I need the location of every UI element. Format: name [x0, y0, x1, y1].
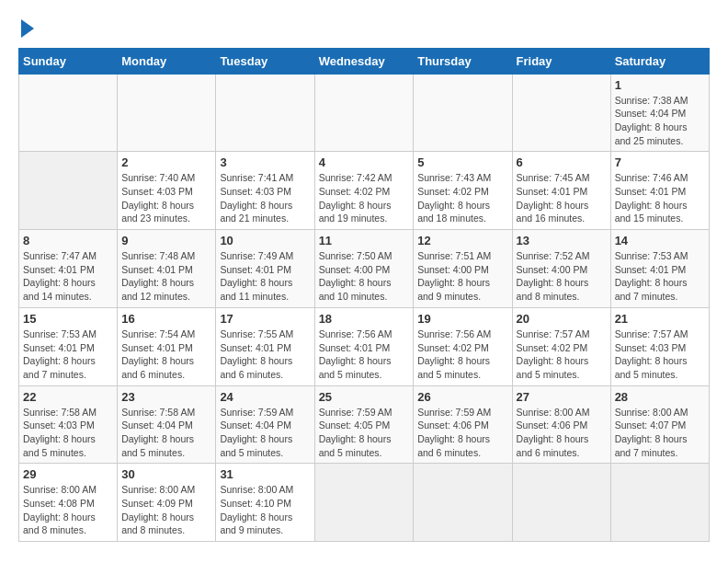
- calendar-cell-empty: [512, 74, 610, 152]
- day-info: Sunrise: 8:00 AMSunset: 4:06 PMDaylight:…: [517, 406, 607, 460]
- calendar-cell-7: 7Sunrise: 7:46 AMSunset: 4:01 PMDaylight…: [610, 152, 709, 230]
- calendar-week-5: 22Sunrise: 7:58 AMSunset: 4:03 PMDayligh…: [19, 385, 710, 464]
- calendar-cell-18: 18Sunrise: 7:56 AMSunset: 4:01 PMDayligh…: [314, 307, 414, 385]
- calendar-body: 1Sunrise: 7:38 AMSunset: 4:04 PMDaylight…: [19, 74, 710, 542]
- calendar-cell-9: 9Sunrise: 7:48 AMSunset: 4:01 PMDaylight…: [118, 230, 216, 308]
- day-number: 25: [319, 390, 410, 404]
- day-info: Sunrise: 7:40 AMSunset: 4:03 PMDaylight:…: [121, 171, 211, 225]
- calendar-table: SundayMondayTuesdayWednesdayThursdayFrid…: [18, 48, 710, 543]
- day-info: Sunrise: 7:41 AMSunset: 4:03 PMDaylight:…: [220, 171, 310, 225]
- calendar-cell-12: 12Sunrise: 7:51 AMSunset: 4:00 PMDayligh…: [414, 230, 512, 308]
- calendar-cell-15: 15Sunrise: 7:53 AMSunset: 4:01 PMDayligh…: [19, 307, 118, 385]
- day-info: Sunrise: 7:55 AMSunset: 4:01 PMDaylight:…: [220, 327, 310, 382]
- day-number: 7: [615, 155, 705, 169]
- day-number: 15: [23, 312, 113, 326]
- calendar-cell-23: 23Sunrise: 7:58 AMSunset: 4:04 PMDayligh…: [118, 385, 216, 464]
- calendar-cell-31: 31Sunrise: 8:00 AMSunset: 4:10 PMDayligh…: [216, 464, 314, 542]
- calendar-cell-25: 25Sunrise: 7:59 AMSunset: 4:05 PMDayligh…: [314, 385, 414, 464]
- day-number: 4: [319, 155, 410, 169]
- day-info: Sunrise: 8:00 AMSunset: 4:10 PMDaylight:…: [220, 483, 310, 537]
- day-number: 16: [121, 312, 211, 326]
- calendar-cell-30: 30Sunrise: 8:00 AMSunset: 4:09 PMDayligh…: [118, 464, 216, 542]
- day-info: Sunrise: 7:51 AMSunset: 4:00 PMDaylight:…: [417, 249, 507, 304]
- day-info: Sunrise: 7:56 AMSunset: 4:01 PMDaylight:…: [319, 327, 410, 382]
- day-info: Sunrise: 8:00 AMSunset: 4:08 PMDaylight:…: [23, 483, 113, 537]
- day-number: 6: [517, 155, 607, 169]
- day-number: 21: [615, 312, 705, 326]
- day-info: Sunrise: 7:49 AMSunset: 4:01 PMDaylight:…: [220, 249, 310, 304]
- day-number: 2: [121, 155, 211, 169]
- calendar-cell-1: 1Sunrise: 7:38 AMSunset: 4:04 PMDaylight…: [610, 74, 709, 152]
- calendar-week-4: 15Sunrise: 7:53 AMSunset: 4:01 PMDayligh…: [19, 307, 710, 385]
- calendar-cell-3: 3Sunrise: 7:41 AMSunset: 4:03 PMDaylight…: [216, 152, 314, 230]
- day-number: 17: [220, 312, 310, 326]
- day-number: 20: [517, 312, 607, 326]
- day-number: 31: [220, 467, 310, 481]
- day-number: 13: [517, 234, 607, 247]
- calendar-header: SundayMondayTuesdayWednesdayThursdayFrid…: [19, 48, 710, 74]
- day-number: 3: [220, 155, 310, 169]
- header-day-tuesday: Tuesday: [216, 48, 314, 74]
- calendar-cell-6: 6Sunrise: 7:45 AMSunset: 4:01 PMDaylight…: [512, 152, 610, 230]
- day-info: Sunrise: 7:59 AMSunset: 4:04 PMDaylight:…: [220, 406, 310, 460]
- day-info: Sunrise: 7:58 AMSunset: 4:04 PMDaylight:…: [121, 406, 211, 460]
- calendar-cell-empty: [610, 464, 709, 542]
- logo-arrow-icon: [21, 19, 34, 38]
- day-info: Sunrise: 7:54 AMSunset: 4:01 PMDaylight:…: [121, 327, 211, 382]
- day-info: Sunrise: 7:57 AMSunset: 4:03 PMDaylight:…: [615, 327, 705, 382]
- calendar-week-2: 2Sunrise: 7:40 AMSunset: 4:03 PMDaylight…: [19, 152, 710, 230]
- header-day-monday: Monday: [118, 48, 216, 74]
- logo: [18, 18, 34, 39]
- calendar-cell-24: 24Sunrise: 7:59 AMSunset: 4:04 PMDayligh…: [216, 385, 314, 464]
- calendar-cell-empty: [512, 464, 610, 542]
- calendar-cell-19: 19Sunrise: 7:56 AMSunset: 4:02 PMDayligh…: [414, 307, 512, 385]
- day-number: 22: [23, 390, 113, 404]
- calendar-cell-22: 22Sunrise: 7:58 AMSunset: 4:03 PMDayligh…: [19, 385, 118, 464]
- day-info: Sunrise: 7:42 AMSunset: 4:02 PMDaylight:…: [319, 171, 410, 225]
- day-number: 19: [417, 312, 507, 326]
- day-info: Sunrise: 7:58 AMSunset: 4:03 PMDaylight:…: [23, 406, 113, 460]
- day-info: Sunrise: 7:46 AMSunset: 4:01 PMDaylight:…: [615, 171, 705, 225]
- day-number: 24: [220, 390, 310, 404]
- day-number: 18: [319, 312, 410, 326]
- day-info: Sunrise: 7:57 AMSunset: 4:02 PMDaylight:…: [517, 327, 607, 382]
- calendar-cell-empty: [414, 464, 512, 542]
- calendar-cell-empty: [314, 74, 414, 152]
- calendar-cell-11: 11Sunrise: 7:50 AMSunset: 4:00 PMDayligh…: [314, 230, 414, 308]
- day-info: Sunrise: 7:59 AMSunset: 4:05 PMDaylight:…: [319, 406, 410, 460]
- calendar-week-6: 29Sunrise: 8:00 AMSunset: 4:08 PMDayligh…: [19, 464, 710, 542]
- calendar-week-1: 1Sunrise: 7:38 AMSunset: 4:04 PMDaylight…: [19, 74, 710, 152]
- day-info: Sunrise: 7:59 AMSunset: 4:06 PMDaylight:…: [417, 406, 507, 460]
- calendar-cell-empty: [19, 152, 118, 230]
- calendar-cell-empty: [19, 74, 118, 152]
- calendar-cell-29: 29Sunrise: 8:00 AMSunset: 4:08 PMDayligh…: [19, 464, 118, 542]
- day-number: 26: [417, 390, 507, 404]
- day-number: 12: [417, 234, 507, 247]
- day-info: Sunrise: 7:53 AMSunset: 4:01 PMDaylight:…: [615, 249, 705, 304]
- calendar-cell-21: 21Sunrise: 7:57 AMSunset: 4:03 PMDayligh…: [610, 307, 709, 385]
- calendar-cell-empty: [314, 464, 414, 542]
- calendar-cell-16: 16Sunrise: 7:54 AMSunset: 4:01 PMDayligh…: [118, 307, 216, 385]
- calendar-cell-10: 10Sunrise: 7:49 AMSunset: 4:01 PMDayligh…: [216, 230, 314, 308]
- calendar-cell-empty: [216, 74, 314, 152]
- day-info: Sunrise: 7:56 AMSunset: 4:02 PMDaylight:…: [417, 327, 507, 382]
- day-number: 14: [615, 234, 705, 247]
- calendar-cell-empty: [414, 74, 512, 152]
- day-number: 1: [615, 78, 705, 92]
- calendar-cell-2: 2Sunrise: 7:40 AMSunset: 4:03 PMDaylight…: [118, 152, 216, 230]
- day-number: 27: [517, 390, 607, 404]
- day-number: 30: [121, 467, 211, 481]
- day-number: 10: [220, 234, 310, 247]
- day-info: Sunrise: 8:00 AMSunset: 4:07 PMDaylight:…: [615, 406, 705, 460]
- calendar-cell-20: 20Sunrise: 7:57 AMSunset: 4:02 PMDayligh…: [512, 307, 610, 385]
- calendar-cell-8: 8Sunrise: 7:47 AMSunset: 4:01 PMDaylight…: [19, 230, 118, 308]
- day-info: Sunrise: 7:45 AMSunset: 4:01 PMDaylight:…: [517, 171, 607, 225]
- day-info: Sunrise: 7:52 AMSunset: 4:00 PMDaylight:…: [517, 249, 607, 304]
- calendar-cell-27: 27Sunrise: 8:00 AMSunset: 4:06 PMDayligh…: [512, 385, 610, 464]
- day-info: Sunrise: 7:43 AMSunset: 4:02 PMDaylight:…: [417, 171, 507, 225]
- calendar-cell-4: 4Sunrise: 7:42 AMSunset: 4:02 PMDaylight…: [314, 152, 414, 230]
- calendar-cell-17: 17Sunrise: 7:55 AMSunset: 4:01 PMDayligh…: [216, 307, 314, 385]
- header-day-thursday: Thursday: [414, 48, 512, 74]
- day-number: 5: [417, 155, 507, 169]
- header-day-sunday: Sunday: [19, 48, 118, 74]
